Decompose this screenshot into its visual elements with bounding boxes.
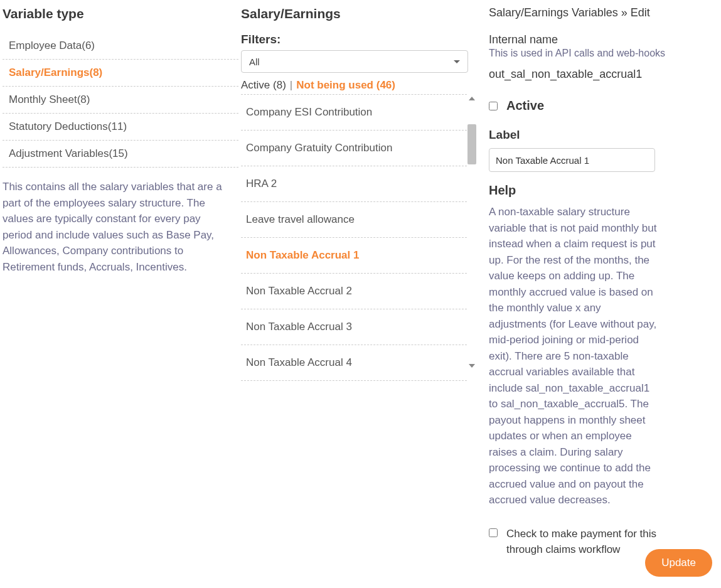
scrollbar-thumb[interactable] (467, 124, 476, 164)
type-item-employee-data[interactable]: Employee Data(6) (3, 33, 238, 60)
variable-item[interactable]: Non Taxable Accrual 3 (241, 309, 467, 345)
variable-item[interactable]: HRA 2 (241, 166, 467, 202)
variable-type-panel: Variable type Employee Data(6) Salary/Ea… (0, 0, 238, 588)
tab-separator: | (290, 79, 292, 92)
variable-type-list: Employee Data(6) Salary/Earnings(8) Mont… (3, 33, 238, 168)
variable-list: Company ESI Contribution Company Gratuit… (241, 94, 467, 381)
internal-name-label: Internal name (489, 33, 712, 46)
label-input[interactable] (489, 148, 655, 172)
variable-type-title: Variable type (3, 6, 238, 21)
chevron-down-icon (454, 60, 460, 63)
scroll-arrow-up-icon[interactable] (467, 94, 476, 103)
help-text: A non-taxable salary structure variable … (489, 204, 658, 508)
type-item-monthly-sheet[interactable]: Monthly Sheet(8) (3, 87, 238, 114)
scrollbar[interactable] (467, 94, 476, 370)
type-item-salary-earnings[interactable]: Salary/Earnings(8) (3, 60, 238, 87)
active-checkbox-label: Active (506, 99, 544, 113)
variable-item[interactable]: Non Taxable Accrual 4 (241, 345, 467, 381)
filter-select-value: All (249, 56, 260, 67)
claims-checkbox[interactable] (489, 528, 498, 537)
variable-item[interactable]: Leave travel allowance (241, 202, 467, 238)
internal-name-value: out_sal_non_taxable_accrual1 (489, 68, 712, 81)
variable-item[interactable]: Company ESI Contribution (241, 94, 467, 131)
label-heading: Label (489, 128, 712, 142)
update-button[interactable]: Update (645, 549, 712, 577)
variable-item[interactable]: Company Gratuity Contribution (241, 131, 467, 166)
scroll-arrow-down-icon[interactable] (467, 361, 476, 370)
filter-select[interactable]: All (241, 50, 468, 73)
variable-item[interactable]: Non Taxable Accrual 1 (241, 238, 467, 274)
active-checkbox-row: Active (489, 99, 712, 113)
tab-not-being-used[interactable]: Not being used (46) (296, 79, 395, 92)
filter-tabs: Active (8) | Not being used (46) (241, 79, 480, 92)
tab-active[interactable]: Active (8) (241, 79, 286, 92)
internal-name-hint: This is used in API calls and web-hooks (489, 48, 712, 59)
variable-list-panel: Salary/Earnings Filters: All Active (8) … (238, 0, 480, 588)
type-item-statutory-deductions[interactable]: Statutory Deductions(11) (3, 114, 238, 141)
variable-item[interactable]: Non Taxable Accrual 2 (241, 274, 467, 309)
variable-list-title: Salary/Earnings (241, 6, 480, 21)
breadcrumb: Salary/Earnings Variables » Edit (489, 6, 712, 19)
variable-scroll-container: Company ESI Contribution Company Gratuit… (241, 94, 480, 370)
type-item-adjustment-variables[interactable]: Adjustment Variables(15) (3, 141, 238, 168)
filters-label: Filters: (241, 33, 480, 46)
help-heading: Help (489, 183, 712, 198)
variable-type-description: This contains all the salary variables t… (3, 179, 238, 275)
edit-panel: Salary/Earnings Variables » Edit Interna… (480, 0, 721, 588)
active-checkbox[interactable] (489, 102, 498, 110)
